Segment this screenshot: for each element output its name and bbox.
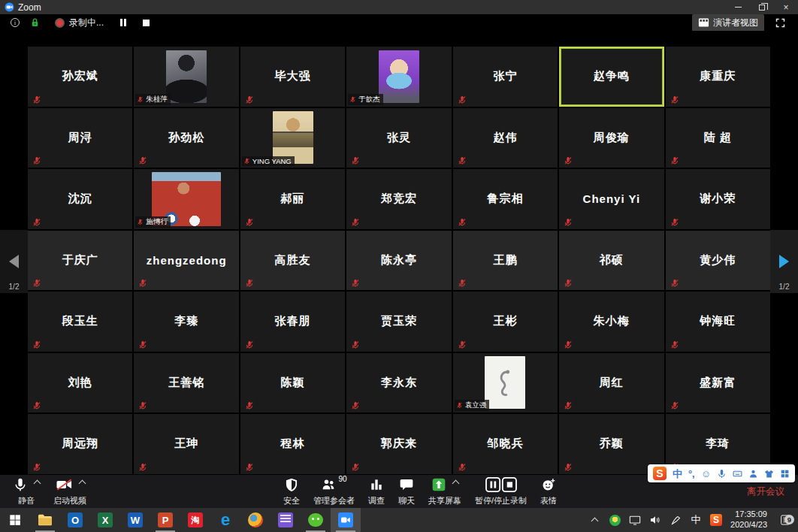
participant-tile[interactable]: 王彬: [453, 292, 558, 352]
next-page-button[interactable]: 1/2: [770, 230, 798, 293]
toolbar-reactions-button[interactable]: 表情: [534, 475, 564, 508]
toolbar-share-button[interactable]: 共享屏幕: [422, 475, 468, 508]
ime-punctuation-icon[interactable]: °,: [688, 469, 695, 479]
ime-chinese-mode[interactable]: 中: [673, 469, 682, 479]
participant-tile[interactable]: 谢小荣: [666, 169, 770, 229]
stop-recording-button[interactable]: [143, 20, 150, 26]
participant-tile[interactable]: 王善铭: [134, 353, 238, 413]
participant-tile[interactable]: 沈沉: [28, 169, 132, 229]
taskbar-explorer[interactable]: [30, 508, 60, 532]
participant-tile[interactable]: 张灵: [346, 108, 451, 168]
ime-person-icon[interactable]: [748, 469, 758, 479]
participant-tile[interactable]: 李臻: [134, 292, 238, 352]
taskbar-clock[interactable]: 17:35:09 2020/4/23: [730, 509, 767, 530]
toolbar-polls-button[interactable]: 调查: [361, 475, 391, 508]
taskbar-excel[interactable]: X: [90, 508, 120, 532]
toolbar-chat-button[interactable]: 聊天: [391, 475, 422, 508]
toolbar-mute-button[interactable]: 静音: [6, 475, 47, 508]
participant-tile[interactable]: 陆 超: [666, 108, 770, 168]
participant-tile[interactable]: Chenyi Yi: [559, 169, 663, 229]
participant-tile[interactable]: 赵争鸣: [559, 47, 663, 107]
info-icon[interactable]: i: [11, 18, 20, 27]
minimize-button[interactable]: [726, 0, 750, 14]
taskbar-taobao[interactable]: 淘: [180, 508, 210, 532]
taskbar-word[interactable]: W: [120, 508, 150, 532]
participant-tile[interactable]: zhengzedong: [134, 231, 238, 291]
ime-voice-input-icon[interactable]: [717, 469, 727, 479]
participant-tile[interactable]: 鲁宗相: [453, 169, 558, 229]
chevron-up-icon[interactable]: [78, 479, 86, 487]
participant-tile[interactable]: 张春朋: [240, 292, 345, 352]
start-button[interactable]: [0, 508, 30, 532]
participant-tile[interactable]: 程林: [240, 414, 345, 474]
participant-tile[interactable]: 盛新富: [666, 353, 770, 413]
participant-tile[interactable]: 施慱行: [134, 169, 238, 229]
fullscreen-icon[interactable]: [775, 17, 786, 29]
previous-page-button[interactable]: 1/2: [0, 230, 28, 293]
participant-tile[interactable]: 郑竞宏: [346, 169, 451, 229]
tray-volume-icon[interactable]: [649, 514, 661, 526]
participant-tile[interactable]: 高胜友: [240, 231, 345, 291]
action-center-button[interactable]: 9: [775, 514, 795, 526]
participant-tile[interactable]: YING YANG: [240, 108, 345, 168]
taskbar-edge[interactable]: e: [210, 508, 240, 532]
taskbar-wechat[interactable]: [301, 508, 331, 532]
participant-tile[interactable]: 孙宏斌: [28, 47, 132, 107]
participant-tile[interactable]: 赵伟: [453, 108, 558, 168]
taskbar-zoom[interactable]: [331, 508, 361, 532]
chevron-up-icon[interactable]: [34, 479, 41, 487]
ime-skin-icon[interactable]: [764, 469, 774, 479]
tray-display-icon[interactable]: [629, 514, 641, 526]
participant-tile[interactable]: 于庆广: [28, 231, 132, 291]
toolbar-participants-button[interactable]: 90管理参会者: [307, 475, 361, 508]
ime-keyboard-icon[interactable]: [733, 469, 742, 479]
ime-toolbox-icon[interactable]: [780, 469, 790, 479]
taskbar-powerpoint[interactable]: P: [150, 508, 180, 532]
participant-tile[interactable]: 贾玉荣: [346, 292, 451, 352]
restore-button[interactable]: [750, 0, 774, 14]
taskbar-firefox[interactable]: [240, 508, 271, 532]
participant-tile[interactable]: 朱桂萍: [134, 47, 238, 107]
participant-tile[interactable]: 康重庆: [666, 47, 770, 107]
taskbar-purple-app[interactable]: [271, 508, 301, 532]
taskbar-outlook[interactable]: O: [60, 508, 90, 532]
participant-tile[interactable]: 张宁: [453, 47, 558, 107]
tray-antivirus-icon[interactable]: [609, 514, 621, 526]
ime-emoji-icon[interactable]: ☺: [701, 469, 711, 479]
participant-tile[interactable]: 邹晓兵: [453, 414, 558, 474]
tray-ink-pen-icon[interactable]: [670, 514, 682, 526]
participant-tile[interactable]: 钟海旺: [666, 292, 770, 352]
participant-tile[interactable]: 毕大强: [240, 47, 345, 107]
speaker-view-button[interactable]: 演讲者视图: [692, 14, 764, 32]
participant-tile[interactable]: 祁硕: [559, 231, 663, 291]
participant-tile[interactable]: 陈颖: [240, 353, 345, 413]
toolbar-start-video-button[interactable]: 启动视频: [47, 475, 93, 508]
participant-tile[interactable]: 王珅: [134, 414, 238, 474]
toolbar-recording-button[interactable]: 暂停/停止录制: [468, 475, 534, 508]
participant-tile[interactable]: 周红: [559, 353, 663, 413]
leave-meeting-button[interactable]: 离开会议: [747, 485, 784, 498]
participant-tile[interactable]: 郭庆来: [346, 414, 451, 474]
participant-tile[interactable]: 王鹏: [453, 231, 558, 291]
participant-tile[interactable]: 于歆杰: [346, 47, 451, 107]
participant-tile[interactable]: 黄少伟: [666, 231, 770, 291]
tray-sogou-icon[interactable]: S: [710, 514, 722, 526]
participant-tile[interactable]: 刘艳: [28, 353, 132, 413]
close-button[interactable]: ×: [774, 0, 798, 14]
chevron-up-icon[interactable]: [452, 479, 460, 487]
tray-chevron-up-icon[interactable]: [588, 514, 600, 526]
participant-tile[interactable]: 周远翔: [28, 414, 132, 474]
participant-tile[interactable]: 段玉生: [28, 292, 132, 352]
sogou-logo-icon[interactable]: S: [653, 467, 667, 480]
toolbar-security-button[interactable]: 安全: [277, 475, 307, 508]
participant-tile[interactable]: 郝丽: [240, 169, 345, 229]
tray-ime-language[interactable]: 中: [690, 514, 702, 526]
participant-tile[interactable]: 朱小梅: [559, 292, 663, 352]
participant-tile[interactable]: 李永东: [346, 353, 451, 413]
participant-tile[interactable]: 陈永亭: [346, 231, 451, 291]
participant-tile[interactable]: 袁立强: [453, 353, 558, 413]
participant-tile[interactable]: 周俊瑜: [559, 108, 663, 168]
pause-recording-button[interactable]: [120, 19, 126, 26]
participant-tile[interactable]: 周浔: [28, 108, 132, 168]
participant-tile[interactable]: 孙劲松: [134, 108, 238, 168]
